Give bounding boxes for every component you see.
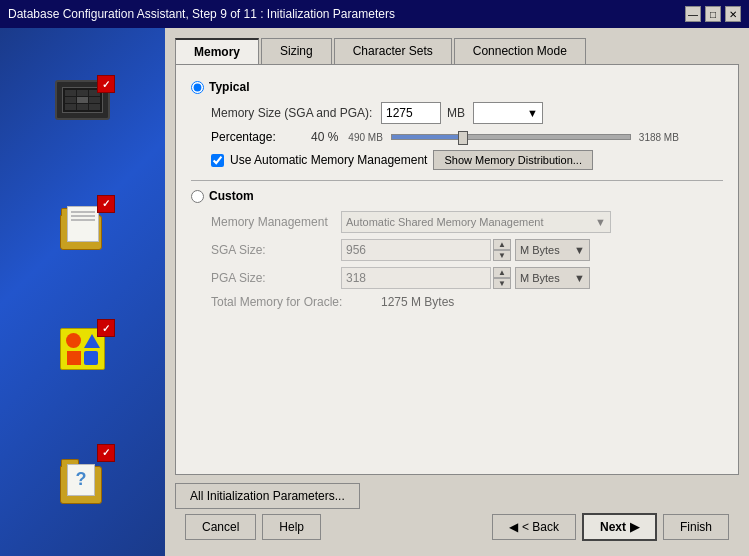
memory-size-row: Memory Size (SGA and PGA): MB ▼ — [211, 102, 723, 124]
total-memory-row: Total Memory for Oracle: 1275 M Bytes — [211, 295, 723, 309]
sga-unit-value: M Bytes — [520, 244, 560, 256]
slider-track[interactable] — [391, 134, 631, 140]
divider — [191, 180, 723, 181]
max-val: 3188 MB — [639, 132, 679, 143]
percentage-label: Percentage: — [211, 130, 311, 144]
sga-input[interactable] — [341, 239, 491, 261]
finish-button[interactable]: Finish — [663, 514, 729, 540]
auto-memory-label[interactable]: Use Automatic Memory Management — [230, 153, 427, 167]
memory-mgmt-label: Memory Management — [211, 215, 341, 229]
tab-memory[interactable]: Memory — [175, 38, 259, 64]
step-4-check: ✓ — [97, 444, 115, 462]
percentage-slider[interactable]: 490 MB 3188 MB — [348, 132, 679, 143]
tab-content-memory: Typical Memory Size (SGA and PGA): MB ▼ … — [175, 64, 739, 475]
right-panel: Memory Sizing Character Sets Connection … — [165, 28, 749, 556]
all-params-button[interactable]: All Initialization Parameters... — [175, 483, 360, 509]
step-2-icon: ✓ — [55, 200, 110, 250]
nav-buttons-group: ◀ < Back Next ▶ Finish — [492, 513, 729, 541]
next-button[interactable]: Next ▶ — [582, 513, 657, 541]
pga-unit-value: M Bytes — [520, 272, 560, 284]
percentage-value: 40 % — [311, 130, 338, 144]
left-panel: ✓ ✓ — [0, 28, 165, 556]
show-distribution-button[interactable]: Show Memory Distribution... — [433, 150, 593, 170]
pga-label: PGA Size: — [211, 271, 341, 285]
all-params-section: All Initialization Parameters... — [175, 475, 739, 513]
custom-radio[interactable] — [191, 190, 204, 203]
cancel-help-group: Cancel Help — [185, 514, 321, 540]
sga-unit-dropdown[interactable]: M Bytes ▼ — [515, 239, 590, 261]
tab-sizing[interactable]: Sizing — [261, 38, 332, 64]
step-1-check: ✓ — [97, 75, 115, 93]
auto-memory-checkbox[interactable] — [211, 154, 224, 167]
min-val: 490 MB — [348, 132, 382, 143]
memory-mgmt-value: Automatic Shared Memory Management — [346, 216, 543, 228]
sga-size-row: SGA Size: ▲ ▼ M Bytes ▼ — [211, 239, 723, 261]
total-label: Total Memory for Oracle: — [211, 295, 381, 309]
back-button[interactable]: ◀ < Back — [492, 514, 576, 540]
sga-up-button[interactable]: ▲ — [493, 239, 511, 250]
help-button[interactable]: Help — [262, 514, 321, 540]
sga-down-button[interactable]: ▼ — [493, 250, 511, 261]
next-arrow-icon: ▶ — [630, 520, 639, 534]
memory-size-label: Memory Size (SGA and PGA): — [211, 106, 381, 120]
typical-label[interactable]: Typical — [209, 80, 249, 94]
sga-label: SGA Size: — [211, 243, 341, 257]
pga-down-button[interactable]: ▼ — [493, 278, 511, 289]
percentage-row: Percentage: 40 % 490 MB 3188 MB — [211, 130, 723, 144]
memory-unit: MB — [447, 106, 465, 120]
typical-radio-row: Typical — [191, 80, 723, 94]
auto-memory-row: Use Automatic Memory Management Show Mem… — [211, 150, 723, 170]
memory-mgmt-dropdown[interactable]: Automatic Shared Memory Management ▼ — [341, 211, 611, 233]
window-controls: — □ ✕ — [685, 6, 741, 22]
pga-up-button[interactable]: ▲ — [493, 267, 511, 278]
sga-stepper: ▲ ▼ — [493, 239, 511, 261]
close-button[interactable]: ✕ — [725, 6, 741, 22]
maximize-button[interactable]: □ — [705, 6, 721, 22]
step-2-check: ✓ — [97, 195, 115, 213]
tab-character-sets[interactable]: Character Sets — [334, 38, 452, 64]
back-arrow-icon: ◀ — [509, 520, 518, 534]
title-bar: Database Configuration Assistant, Step 9… — [0, 0, 749, 28]
pga-input[interactable] — [341, 267, 491, 289]
step-3-check: ✓ — [97, 319, 115, 337]
footer-section: Cancel Help ◀ < Back Next ▶ Finish — [175, 513, 739, 546]
next-label: Next — [600, 520, 626, 534]
total-value: 1275 M Bytes — [381, 295, 454, 309]
step-3-icon: ✓ — [55, 324, 110, 374]
pga-unit-dropdown[interactable]: M Bytes ▼ — [515, 267, 590, 289]
step-4-icon: ? ✓ — [55, 449, 110, 504]
window-title: Database Configuration Assistant, Step 9… — [8, 7, 395, 21]
custom-radio-row: Custom — [191, 189, 723, 203]
minimize-button[interactable]: — — [685, 6, 701, 22]
memory-dropdown[interactable]: ▼ — [473, 102, 543, 124]
cancel-button[interactable]: Cancel — [185, 514, 256, 540]
memory-size-input[interactable] — [381, 102, 441, 124]
tab-bar: Memory Sizing Character Sets Connection … — [175, 38, 739, 64]
typical-radio[interactable] — [191, 81, 204, 94]
step-1-icon: ✓ — [55, 80, 110, 120]
back-label: < Back — [522, 520, 559, 534]
pga-stepper: ▲ ▼ — [493, 267, 511, 289]
main-content: ✓ ✓ — [0, 28, 749, 556]
pga-size-row: PGA Size: ▲ ▼ M Bytes ▼ — [211, 267, 723, 289]
tab-connection-mode[interactable]: Connection Mode — [454, 38, 586, 64]
custom-label[interactable]: Custom — [209, 189, 254, 203]
memory-mgmt-row: Memory Management Automatic Shared Memor… — [211, 211, 723, 233]
